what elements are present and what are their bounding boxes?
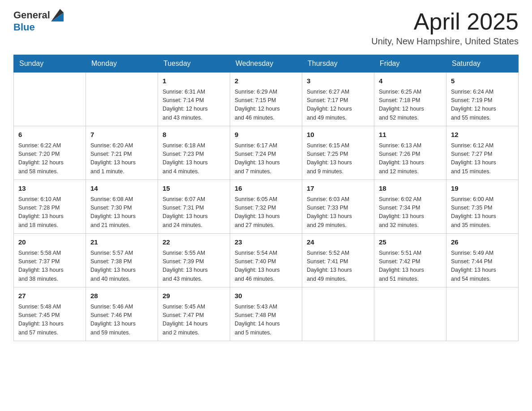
day-info: Sunrise: 6:25 AM Sunset: 7:18 PM Dayligh… [379,88,442,123]
calendar-cell: 2Sunrise: 6:29 AM Sunset: 7:15 PM Daylig… [230,73,302,126]
day-of-week-header: Sunday [14,55,86,73]
calendar-cell: 22Sunrise: 5:55 AM Sunset: 7:39 PM Dayli… [158,234,230,287]
day-info: Sunrise: 5:45 AM Sunset: 7:47 PM Dayligh… [163,303,225,338]
day-number: 24 [307,237,369,248]
day-info: Sunrise: 6:10 AM Sunset: 7:28 PM Dayligh… [18,195,81,230]
day-number: 2 [235,76,297,86]
day-of-week-header: Tuesday [158,55,230,73]
calendar-cell: 19Sunrise: 6:00 AM Sunset: 7:35 PM Dayli… [446,180,519,234]
logo: General Blue [13,9,64,33]
calendar-cell: 21Sunrise: 5:57 AM Sunset: 7:38 PM Dayli… [86,234,158,287]
calendar-cell: 4Sunrise: 6:25 AM Sunset: 7:18 PM Daylig… [374,73,446,126]
day-info: Sunrise: 6:27 AM Sunset: 7:17 PM Dayligh… [307,88,369,123]
calendar-cell: 26Sunrise: 5:49 AM Sunset: 7:44 PM Dayli… [446,234,519,287]
day-number: 28 [90,291,153,301]
calendar-cell: 11Sunrise: 6:13 AM Sunset: 7:26 PM Dayli… [374,126,446,180]
calendar-cell: 3Sunrise: 6:27 AM Sunset: 7:17 PM Daylig… [302,73,374,126]
day-number: 27 [18,291,81,301]
calendar-cell: 6Sunrise: 6:22 AM Sunset: 7:20 PM Daylig… [14,126,86,180]
day-number: 25 [379,237,442,248]
day-number: 20 [18,237,81,248]
day-number: 19 [451,184,514,194]
calendar-cell: 14Sunrise: 6:08 AM Sunset: 7:30 PM Dayli… [86,180,158,234]
day-info: Sunrise: 6:00 AM Sunset: 7:35 PM Dayligh… [451,195,514,230]
day-number: 15 [163,184,225,194]
day-number: 12 [451,130,514,140]
day-number: 22 [163,237,225,248]
month-year-title: April 2025 [371,9,519,34]
day-info: Sunrise: 6:29 AM Sunset: 7:15 PM Dayligh… [235,88,297,123]
calendar-cell: 9Sunrise: 6:17 AM Sunset: 7:24 PM Daylig… [230,126,302,180]
calendar-cell: 28Sunrise: 5:46 AM Sunset: 7:46 PM Dayli… [86,287,158,341]
day-number: 6 [18,130,81,140]
day-info: Sunrise: 6:20 AM Sunset: 7:21 PM Dayligh… [90,141,153,176]
calendar-table: SundayMondayTuesdayWednesdayThursdayFrid… [13,55,519,341]
calendar-week-row: 1Sunrise: 6:31 AM Sunset: 7:14 PM Daylig… [14,73,519,126]
day-number: 17 [307,184,369,194]
calendar-cell: 1Sunrise: 6:31 AM Sunset: 7:14 PM Daylig… [158,73,230,126]
day-info: Sunrise: 6:12 AM Sunset: 7:27 PM Dayligh… [451,141,514,176]
day-info: Sunrise: 5:55 AM Sunset: 7:39 PM Dayligh… [163,249,225,284]
logo-blue-text: Blue [13,21,35,33]
calendar-cell: 29Sunrise: 5:45 AM Sunset: 7:47 PM Dayli… [158,287,230,341]
day-number: 26 [451,237,514,248]
calendar-cell: 25Sunrise: 5:51 AM Sunset: 7:42 PM Dayli… [374,234,446,287]
calendar-cell: 5Sunrise: 6:24 AM Sunset: 7:19 PM Daylig… [446,73,519,126]
day-number: 13 [18,184,81,194]
calendar-cell: 7Sunrise: 6:20 AM Sunset: 7:21 PM Daylig… [86,126,158,180]
day-info: Sunrise: 5:49 AM Sunset: 7:44 PM Dayligh… [451,249,514,284]
day-info: Sunrise: 6:22 AM Sunset: 7:20 PM Dayligh… [18,141,81,176]
location-subtitle: Unity, New Hampshire, United States [371,36,519,47]
calendar-week-row: 27Sunrise: 5:48 AM Sunset: 7:45 PM Dayli… [14,287,519,341]
day-info: Sunrise: 6:05 AM Sunset: 7:32 PM Dayligh… [235,195,297,230]
calendar-week-row: 13Sunrise: 6:10 AM Sunset: 7:28 PM Dayli… [14,180,519,234]
title-block: April 2025 Unity, New Hampshire, United … [371,9,519,47]
calendar-cell [302,287,374,341]
page-header: General Blue April 2025 Unity, New Hamps… [13,9,519,47]
day-number: 3 [307,76,369,86]
calendar-cell [14,73,86,126]
day-number: 11 [379,130,442,140]
day-info: Sunrise: 6:31 AM Sunset: 7:14 PM Dayligh… [163,88,225,123]
calendar-header-row: SundayMondayTuesdayWednesdayThursdayFrid… [14,55,519,73]
day-info: Sunrise: 6:03 AM Sunset: 7:33 PM Dayligh… [307,195,369,230]
day-number: 21 [90,237,153,248]
day-info: Sunrise: 5:52 AM Sunset: 7:41 PM Dayligh… [307,249,369,284]
day-number: 1 [163,76,225,86]
calendar-cell [446,287,519,341]
day-info: Sunrise: 5:58 AM Sunset: 7:37 PM Dayligh… [18,249,81,284]
calendar-cell: 16Sunrise: 6:05 AM Sunset: 7:32 PM Dayli… [230,180,302,234]
day-info: Sunrise: 6:15 AM Sunset: 7:25 PM Dayligh… [307,141,369,176]
calendar-cell: 20Sunrise: 5:58 AM Sunset: 7:37 PM Dayli… [14,234,86,287]
day-info: Sunrise: 6:08 AM Sunset: 7:30 PM Dayligh… [90,195,153,230]
day-info: Sunrise: 6:18 AM Sunset: 7:23 PM Dayligh… [163,141,225,176]
day-of-week-header: Monday [86,55,158,73]
calendar-cell [86,73,158,126]
day-number: 8 [163,130,225,140]
day-number: 9 [235,130,297,140]
calendar-cell: 12Sunrise: 6:12 AM Sunset: 7:27 PM Dayli… [446,126,519,180]
day-number: 23 [235,237,297,248]
day-info: Sunrise: 5:43 AM Sunset: 7:48 PM Dayligh… [235,303,297,338]
day-info: Sunrise: 6:17 AM Sunset: 7:24 PM Dayligh… [235,141,297,176]
calendar-cell: 8Sunrise: 6:18 AM Sunset: 7:23 PM Daylig… [158,126,230,180]
day-number: 18 [379,184,442,194]
logo-icon [51,9,64,21]
day-of-week-header: Thursday [302,55,374,73]
day-info: Sunrise: 6:13 AM Sunset: 7:26 PM Dayligh… [379,141,442,176]
day-of-week-header: Friday [374,55,446,73]
day-info: Sunrise: 5:48 AM Sunset: 7:45 PM Dayligh… [18,303,81,338]
day-info: Sunrise: 5:46 AM Sunset: 7:46 PM Dayligh… [90,303,153,338]
calendar-cell: 30Sunrise: 5:43 AM Sunset: 7:48 PM Dayli… [230,287,302,341]
day-number: 5 [451,76,514,86]
calendar-cell [374,287,446,341]
day-number: 14 [90,184,153,194]
day-info: Sunrise: 6:02 AM Sunset: 7:34 PM Dayligh… [379,195,442,230]
day-of-week-header: Wednesday [230,55,302,73]
calendar-cell: 18Sunrise: 6:02 AM Sunset: 7:34 PM Dayli… [374,180,446,234]
calendar-cell: 10Sunrise: 6:15 AM Sunset: 7:25 PM Dayli… [302,126,374,180]
day-info: Sunrise: 6:24 AM Sunset: 7:19 PM Dayligh… [451,88,514,123]
calendar-cell: 17Sunrise: 6:03 AM Sunset: 7:33 PM Dayli… [302,180,374,234]
day-number: 16 [235,184,297,194]
calendar-week-row: 6Sunrise: 6:22 AM Sunset: 7:20 PM Daylig… [14,126,519,180]
